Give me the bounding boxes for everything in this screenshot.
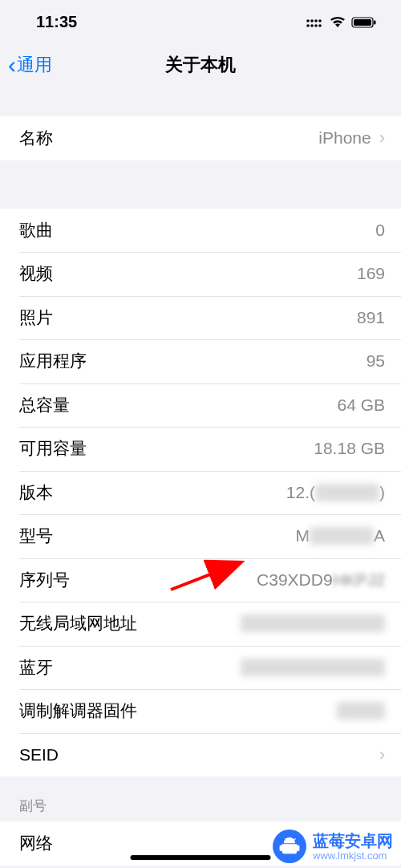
watermark: 蓝莓安卓网 www.lmkjst.com — [273, 829, 393, 863]
row-modem-firmware: 调制解调器固件 — [0, 689, 401, 733]
watermark-title: 蓝莓安卓网 — [313, 832, 393, 850]
svg-rect-9 — [354, 19, 371, 26]
svg-point-0 — [306, 24, 310, 27]
wifi-icon — [330, 17, 346, 28]
row-available-capacity: 可用容量 18.18 GB — [0, 427, 401, 471]
group-name: 名称 iPhone › — [0, 116, 401, 160]
chevron-left-icon: ‹ — [8, 51, 16, 79]
status-bar: 11:35 — [0, 0, 401, 44]
battery-icon — [351, 17, 377, 28]
row-videos: 视频 169 — [0, 252, 401, 296]
row-apps: 应用程序 95 — [0, 339, 401, 383]
svg-point-7 — [318, 19, 322, 22]
row-serial: 序列号 C39XDD9HKPJ2 — [0, 558, 401, 602]
svg-point-6 — [314, 19, 318, 22]
chevron-right-icon: › — [379, 128, 385, 148]
svg-point-5 — [310, 19, 314, 22]
row-seid[interactable]: SEID › — [0, 733, 401, 777]
group-about: 歌曲 0 视频 169 照片 891 应用程序 95 总容量 64 GB 可用容… — [0, 209, 401, 777]
row-total-capacity: 总容量 64 GB — [0, 383, 401, 428]
row-bluetooth: 蓝牙 — [0, 646, 401, 690]
row-model: 型号 MA — [0, 514, 401, 558]
back-label: 通用 — [17, 53, 52, 77]
svg-point-4 — [306, 19, 310, 22]
row-wifi-address: 无线局域网地址 — [0, 602, 401, 646]
svg-point-3 — [318, 24, 322, 27]
label-name: 名称 — [19, 127, 53, 149]
svg-point-1 — [310, 24, 314, 27]
watermark-icon — [273, 829, 306, 863]
svg-point-2 — [314, 24, 318, 27]
nav-bar: ‹ 通用 关于本机 — [0, 44, 401, 86]
row-version: 版本 12.() — [0, 471, 401, 515]
status-time: 11:35 — [36, 13, 77, 31]
signal-icon — [306, 17, 324, 28]
row-songs: 歌曲 0 — [0, 209, 401, 253]
section-header-subnum: 副号 — [0, 777, 401, 821]
row-photos: 照片 891 — [0, 296, 401, 340]
value-name: iPhone › — [318, 128, 385, 148]
watermark-url: www.lmkjst.com — [313, 850, 393, 862]
svg-rect-10 — [374, 20, 376, 24]
page-title: 关于本机 — [165, 53, 236, 77]
back-button[interactable]: ‹ 通用 — [8, 51, 52, 79]
row-device-name[interactable]: 名称 iPhone › — [0, 116, 401, 160]
chevron-right-icon: › — [379, 744, 385, 765]
home-indicator — [131, 855, 271, 860]
status-icons — [306, 17, 377, 28]
